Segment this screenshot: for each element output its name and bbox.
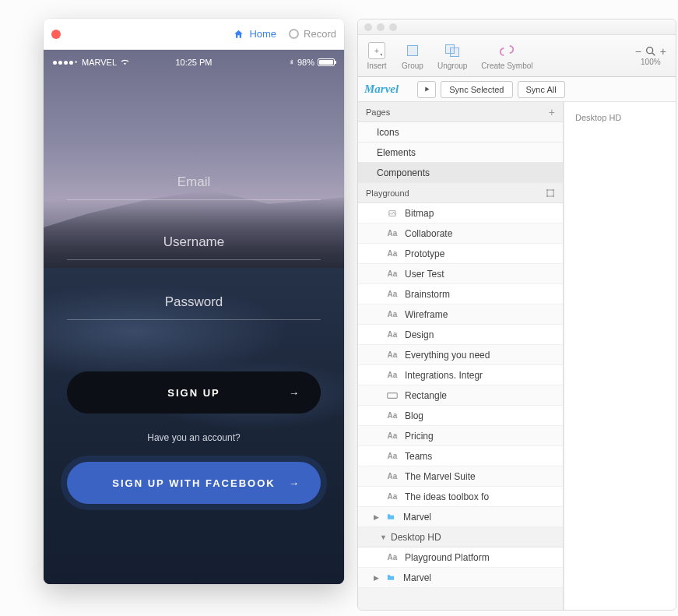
layer-label: Collaborate <box>405 228 452 239</box>
chevron-right-icon: ▶ <box>374 574 381 582</box>
group-tool[interactable]: Group <box>402 41 423 70</box>
text-layer-icon: Aa <box>386 371 399 379</box>
sync-all-button[interactable]: Sync All <box>518 81 565 98</box>
canvas-area[interactable]: Desktop HD <box>564 102 676 610</box>
phone-screen: MARVEL 10:25 PM 98% Email Username Passw… <box>44 50 344 584</box>
layer-row[interactable]: AaThe Marvel Suite <box>358 466 563 487</box>
ungroup-tool[interactable]: Ungroup <box>437 41 467 70</box>
layer-label: Wireframe <box>405 309 448 320</box>
group-label: Group <box>402 62 423 70</box>
layers-sidebar: Pages + Icons Elements Components Playgr… <box>358 102 564 610</box>
traffic-light[interactable] <box>389 23 397 31</box>
layer-row[interactable]: Rectangle <box>358 385 563 406</box>
text-layer-icon: Aa <box>386 411 399 420</box>
layer-label: Brainstorm <box>405 289 450 300</box>
traffic-light[interactable] <box>377 23 385 31</box>
zoom-in-button[interactable]: + <box>659 45 668 58</box>
magnifier-icon[interactable] <box>645 45 657 58</box>
layer-row[interactable]: AaEverything you need <box>358 345 563 365</box>
layer-row[interactable]: AaUser Test <box>358 264 563 284</box>
group-desktop-hd[interactable]: ▼ Desktop HD <box>358 527 563 547</box>
add-page-button[interactable]: + <box>549 106 555 118</box>
record-label: Record <box>304 28 336 40</box>
username-field[interactable]: Username <box>67 234 321 260</box>
layer-label: Prototype <box>405 248 444 259</box>
artboard-header[interactable]: Playground <box>358 183 563 203</box>
svg-point-0 <box>646 48 652 54</box>
ungroup-icon <box>445 44 459 57</box>
marvel-plugin-bar: Marvel Sync Selected Sync All <box>358 77 676 102</box>
text-layer-icon: Aa <box>386 350 399 359</box>
home-icon <box>233 29 244 40</box>
text-layer-icon: Aa <box>386 492 399 501</box>
facebook-signup-button[interactable]: SIGN UP WITH FACEBOOK → <box>67 462 321 504</box>
layer-row[interactable]: ▶Marvel <box>358 568 563 588</box>
layer-row[interactable]: AaPrototype <box>358 244 563 264</box>
traffic-light[interactable] <box>364 23 372 31</box>
group-icon <box>407 45 418 56</box>
play-icon <box>423 86 430 93</box>
sketch-window: + Insert Group Ungroup Create Symbol − +… <box>357 19 676 611</box>
layer-row[interactable]: AaWireframe <box>358 304 563 325</box>
password-field[interactable]: Password <box>67 294 321 320</box>
layer-row[interactable]: Bitmap <box>358 203 563 224</box>
pages-header: Pages + <box>358 102 563 122</box>
battery-icon <box>318 58 335 66</box>
sketch-toolbar: + Insert Group Ungroup Create Symbol − +… <box>358 35 676 77</box>
layer-label: Design <box>405 329 434 340</box>
chevron-right-icon: ▶ <box>374 513 381 521</box>
layer-row[interactable]: AaPlayground Platform <box>358 547 563 568</box>
svg-rect-1 <box>547 190 553 196</box>
layer-label: Marvel <box>403 572 431 583</box>
layer-row[interactable]: AaThe ideas toolbox fo <box>358 487 563 507</box>
folder-icon <box>385 573 397 582</box>
text-layer-icon: Aa <box>386 249 399 258</box>
close-traffic-light[interactable] <box>51 30 61 39</box>
marvel-logo: Marvel <box>364 83 399 96</box>
page-item-icons[interactable]: Icons <box>358 122 563 143</box>
signup-label: SIGN UP <box>167 387 220 399</box>
svg-rect-3 <box>388 392 398 398</box>
status-bar: MARVEL 10:25 PM 98% <box>44 50 344 75</box>
page-item-elements[interactable]: Elements <box>358 143 563 163</box>
text-layer-icon: Aa <box>386 330 399 339</box>
layer-label: Bitmap <box>405 208 434 219</box>
text-layer-icon: Aa <box>386 472 399 480</box>
layer-label: The Marvel Suite <box>405 471 476 482</box>
home-button[interactable]: Home <box>233 28 276 40</box>
record-button[interactable]: Record <box>289 28 336 40</box>
sync-selected-button[interactable]: Sync Selected <box>441 81 512 98</box>
text-layer-icon: Aa <box>386 553 399 561</box>
email-field[interactable]: Email <box>67 174 321 200</box>
layer-row[interactable]: AaBrainstorm <box>358 284 563 304</box>
play-button[interactable] <box>417 81 436 98</box>
battery-pct: 98% <box>297 58 314 67</box>
create-symbol-tool[interactable]: Create Symbol <box>481 41 532 70</box>
zoom-level: 100% <box>641 58 661 66</box>
signup-form: Email Username Password SIGN UP → Have y… <box>44 174 344 504</box>
text-layer-icon: Aa <box>386 452 399 460</box>
artboard-label: Desktop HD <box>575 113 621 122</box>
layer-row[interactable]: AaPricing <box>358 426 563 446</box>
text-layer-icon: Aa <box>386 431 399 440</box>
signup-button[interactable]: SIGN UP → <box>67 371 321 414</box>
layer-row[interactable]: AaTeams <box>358 446 563 466</box>
zoom-out-button[interactable]: − <box>634 45 643 58</box>
arrow-right-icon: → <box>289 387 300 399</box>
signal-dots-icon <box>53 61 77 65</box>
email-label: Email <box>67 174 321 199</box>
plus-icon: + <box>368 42 385 59</box>
layer-row[interactable]: AaCollaborate <box>358 224 563 244</box>
page-item-components[interactable]: Components <box>358 163 563 183</box>
layer-row[interactable]: ▶Marvel <box>358 507 563 527</box>
text-layer-icon: Aa <box>386 310 399 319</box>
layer-row[interactable]: AaDesign <box>358 325 563 345</box>
layer-row[interactable]: AaIntegrations. Integr <box>358 365 563 385</box>
home-label: Home <box>249 28 276 40</box>
time-label: 10:25 PM <box>175 58 212 67</box>
chevron-down-icon: ▼ <box>380 533 388 541</box>
layer-row[interactable]: AaBlog <box>358 406 563 426</box>
account-hint: Have you an account? <box>67 432 321 443</box>
group-label: Desktop HD <box>391 532 441 543</box>
insert-tool[interactable]: + Insert <box>366 41 388 70</box>
